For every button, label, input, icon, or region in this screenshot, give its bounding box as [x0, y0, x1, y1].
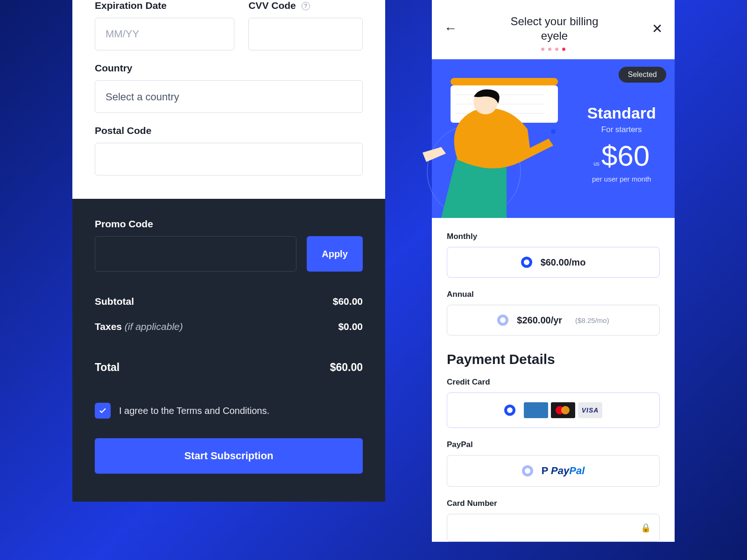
step-dot	[541, 48, 544, 51]
paypal-label: PayPal	[447, 440, 660, 449]
monthly-option[interactable]: $60.00/mo	[447, 247, 660, 278]
postal-label: Postal Code	[95, 125, 363, 136]
paypal-icon: P PayPal	[542, 465, 585, 477]
step-dot-active	[562, 48, 565, 51]
svg-point-7	[473, 90, 498, 114]
radio-selected-icon	[504, 405, 515, 416]
title-line-2: eyele	[541, 29, 568, 42]
selected-badge: Selected	[619, 67, 666, 83]
lock-icon: 🔒	[641, 523, 651, 533]
title-line-1: Select your billing	[510, 15, 598, 28]
svg-point-6	[427, 125, 521, 218]
step-dot	[548, 48, 551, 51]
currency-prefix: us	[593, 161, 599, 167]
paypal-option[interactable]: P PayPal	[447, 455, 660, 487]
expiration-label: Expiration Date	[95, 0, 234, 11]
expiration-input[interactable]	[95, 18, 234, 50]
cvv-input[interactable]	[248, 18, 363, 50]
total-value: $60.00	[330, 361, 363, 374]
agree-text: I agree to the Terms and Conditions.	[119, 406, 269, 416]
billing-form-top: Expiration Date CVV Code ? Country Selec…	[72, 0, 385, 199]
plan-info: Standard For starters us $60 per user pe…	[587, 104, 656, 183]
step-dot	[555, 48, 558, 51]
country-label: Country	[95, 63, 363, 74]
annual-sub: ($8.25/mo)	[575, 316, 609, 324]
back-arrow-icon[interactable]: ←	[444, 21, 457, 36]
annual-option[interactable]: $260.00/yr ($8.25/mo)	[447, 305, 660, 336]
credit-card-option[interactable]: VISA	[447, 392, 660, 428]
radio-selected-icon	[521, 257, 532, 268]
apply-button[interactable]: Apply	[307, 236, 363, 272]
annual-label: Annual	[447, 290, 660, 299]
card-number-input[interactable]: 🔒	[447, 514, 660, 542]
taxes-note: (if applicable)	[125, 321, 183, 332]
taxes-label: Taxes (if applicable)	[95, 321, 183, 332]
radio-unselected-icon	[497, 315, 508, 326]
visa-icon: VISA	[578, 402, 602, 418]
start-subscription-button[interactable]: Start Subscription	[95, 438, 363, 474]
billing-cycle-panel: ← Select your billing eyele ✕ Selected	[432, 0, 675, 542]
mastercard-icon	[551, 402, 575, 418]
card-logos: VISA	[524, 402, 602, 418]
close-icon[interactable]: ✕	[652, 21, 662, 36]
plan-name: Standard	[587, 104, 656, 122]
plan-subtitle: For starters	[587, 125, 656, 134]
taxes-label-text: Taxes	[95, 321, 122, 332]
total-label: Total	[95, 361, 120, 374]
plan-per: per user per month	[587, 175, 656, 183]
monthly-label: Monthly	[447, 232, 660, 241]
amex-icon	[524, 402, 548, 418]
step-dots	[432, 48, 675, 59]
checkout-panel: Expiration Date CVV Code ? Country Selec…	[72, 0, 385, 502]
svg-rect-1	[451, 85, 558, 123]
svg-point-5	[551, 129, 556, 134]
subtotal-label: Subtotal	[95, 296, 134, 307]
person-illustration	[413, 69, 572, 218]
panel-title: Select your billing eyele	[457, 14, 652, 43]
payment-details-heading: Payment Details	[447, 351, 660, 367]
subtotal-value: $60.00	[333, 296, 363, 307]
promo-input[interactable]	[95, 236, 296, 272]
check-icon	[99, 406, 107, 415]
radio-unselected-icon	[522, 465, 533, 476]
plan-hero: Selected Standard For starters us $60	[432, 59, 675, 218]
help-icon[interactable]: ?	[302, 2, 310, 10]
taxes-value: $0.00	[338, 321, 363, 332]
postal-input[interactable]	[95, 143, 363, 175]
svg-rect-0	[451, 78, 558, 85]
agree-checkbox[interactable]	[95, 403, 111, 419]
plan-price: $60	[601, 139, 649, 172]
country-select[interactable]: Select a country	[95, 80, 363, 113]
credit-card-label: Credit Card	[447, 378, 660, 387]
annual-price: $260.00/yr	[517, 315, 562, 326]
card-number-label: Card Number	[447, 499, 660, 508]
monthly-price: $60.00/mo	[541, 257, 586, 268]
cvv-label-text: CVV Code	[248, 0, 296, 11]
order-summary: Promo Code Apply Subtotal $60.00 Taxes (…	[72, 199, 385, 502]
promo-label: Promo Code	[95, 218, 363, 230]
cvv-label: CVV Code ?	[248, 0, 363, 11]
